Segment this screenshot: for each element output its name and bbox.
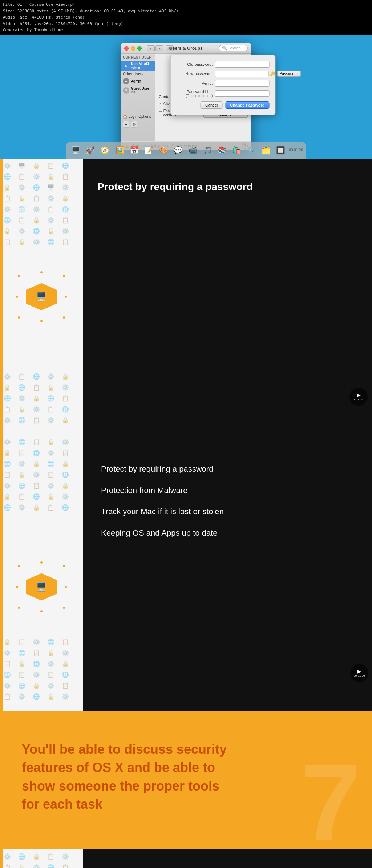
- house-icon: 🏠: [123, 115, 127, 119]
- current-user-item[interactable]: K Ken MaulJ Admin: [121, 61, 155, 71]
- video-section-1: ⚙️ 🖥️ 🔒 📋 🌐 🌐 📋 ⚙️ 🔒 📋 🔒 ⚙️ 🌐 🖥️ ⚙️ 📋 🔒 …: [0, 159, 372, 435]
- size-info: Size: 5208630 bytes (4.97 MiB), duration…: [3, 8, 369, 15]
- bottom-vs-left: ⚙️ 🌐 🔒 📋 ⚙️ 📋 🔒 ⚙️ 🌐 📋 🌐 ⚙️ 📋 🔒 🌐 🔒 📋 🌐 …: [0, 849, 83, 868]
- old-password-input[interactable]: [215, 61, 270, 68]
- bullet-1: Protect by requiring a password: [101, 464, 354, 475]
- section-title-1: Protect by requiring a password: [97, 180, 357, 193]
- sidebar-panel: Current User K Ken MaulJ Admin Other Use…: [121, 54, 155, 141]
- vs2-hex-container: 🖥️: [16, 561, 67, 612]
- audio-info: Audio: aac, 44100 Hz, stereo (eng): [3, 14, 369, 21]
- preview-dock-icon[interactable]: 🎨: [157, 143, 170, 157]
- appstore-dock-icon[interactable]: 🛍️: [230, 143, 243, 157]
- window-titlebar: ‹ › ⊞ Users & Groups 🔍 Search: [121, 43, 251, 54]
- back-button[interactable]: ‹: [147, 45, 155, 51]
- user-avatar: K: [123, 63, 129, 69]
- forward-button[interactable]: ›: [155, 45, 163, 51]
- notes-dock-icon[interactable]: 📝: [142, 143, 155, 157]
- video-section-2: ⚙️ 🌐 📋 🔒 ⚙️ 🔒 📋 🌐 ⚙️ 📋 🌐 ⚙️ 🔒 🌐 🔒 📋 🔒 ⚙️…: [0, 435, 372, 711]
- hex-dots-container: 🖥️: [16, 271, 67, 322]
- search-box[interactable]: 🔍 Search: [219, 45, 248, 51]
- verify-row: Verify:: [177, 80, 270, 87]
- vs1-content: Protect by requiring a password: [83, 159, 372, 435]
- old-password-label: Old password:: [177, 62, 213, 67]
- admin-user-item[interactable]: A Admin: [121, 77, 155, 85]
- password-button[interactable]: Password...: [277, 71, 301, 77]
- admin-avatar: A: [123, 78, 129, 84]
- guest-status: Off: [131, 91, 149, 94]
- yellow-bar-1: [0, 159, 3, 435]
- itunes-dock-icon[interactable]: 🎵: [201, 143, 214, 157]
- sysprefs-dock-icon[interactable]: ⚙️: [245, 143, 258, 157]
- user-role: Admin: [131, 66, 149, 69]
- vs2-hex-computer-icon: 🖥️: [26, 573, 57, 600]
- messages-dock-icon[interactable]: 💬: [171, 143, 185, 157]
- ibooks-dock-icon[interactable]: 📚: [215, 143, 229, 157]
- vs1-left-panel: ⚙️ 🖥️ 🔒 📋 🌐 🌐 📋 ⚙️ 🔒 📋 🔒 ⚙️ 🌐 🖥️ ⚙️ 📋 🔒 …: [0, 159, 83, 435]
- bullet-2: Protection from Malware: [101, 485, 354, 496]
- yellow-bar-bottom: [0, 849, 3, 868]
- video-timestamp-2[interactable]: ▶ 00:01:00: [350, 664, 368, 682]
- facetime-dock-icon[interactable]: 📹: [186, 143, 199, 157]
- video-info: Video: h264, yuv420p, 1280x720, 30.00 fp…: [3, 21, 369, 27]
- minimize-button[interactable]: [131, 46, 135, 51]
- hint-input[interactable]: [215, 90, 270, 97]
- maximize-button[interactable]: [137, 46, 142, 51]
- old-password-row: Old password:: [177, 61, 270, 68]
- vs2-left-panel: ⚙️ 🌐 📋 🔒 ⚙️ 🔒 📋 🌐 ⚙️ 📋 🌐 ⚙️ 🔒 🌐 🔒 📋 🔒 ⚙️…: [0, 435, 83, 711]
- new-password-group: 🔑: [215, 71, 275, 77]
- play-icon-1: ▶: [357, 392, 361, 398]
- bottom-scattered-icons: ⚙️ 🌐 🔒 📋 ⚙️ 📋 🔒 ⚙️ 🌐 📋 🌐 ⚙️ 📋 🔒 🌐 🔒 📋 🌐 …: [0, 849, 83, 868]
- close-button[interactable]: [124, 46, 129, 51]
- admin-label: Admin: [131, 79, 141, 83]
- change-password-dialog[interactable]: Old password: New password: 🔑 Password..…: [170, 55, 276, 115]
- settings-button[interactable]: ⚙: [131, 121, 137, 128]
- hex-center-computer-icon: 🖥️: [26, 283, 57, 310]
- parental-checkbox[interactable]: [159, 111, 162, 115]
- dialog-buttons: Cancel Change Password: [177, 101, 270, 109]
- left-pattern-bg: ⚙️ 🖥️ 🔒 📋 🌐 🌐 📋 ⚙️ 🔒 📋 🔒 ⚙️ 🌐 🖥️ ⚙️ 📋 🔒 …: [0, 159, 83, 435]
- verify-input[interactable]: [215, 80, 270, 87]
- guest-user-item[interactable]: G Guest User Off: [121, 85, 155, 95]
- extras-dock-icon[interactable]: 🔲: [274, 143, 287, 157]
- photos-dock-icon[interactable]: 🖼️: [113, 143, 126, 157]
- cancel-button[interactable]: Cancel: [201, 101, 222, 109]
- desktop-dock-icon[interactable]: 🗂️: [259, 143, 272, 157]
- safari-dock-icon[interactable]: 🧭: [98, 143, 112, 157]
- vs2-left-pattern: ⚙️ 🌐 📋 🔒 ⚙️ 🔒 📋 🌐 ⚙️ 📋 🌐 ⚙️ 🔒 🌐 🔒 📋 🔒 ⚙️…: [0, 435, 83, 711]
- launchpad-dock-icon[interactable]: 🚀: [84, 143, 97, 157]
- window-title: Users & Groups: [169, 46, 202, 51]
- new-password-label: New password:: [177, 72, 213, 76]
- current-user-header: Current User: [121, 54, 155, 61]
- vs2-right-panel: Protect by requiring a password Protecti…: [83, 435, 372, 711]
- hint-label: Password hint:: [177, 89, 213, 94]
- new-password-row: New password: 🔑 Password...: [177, 71, 270, 77]
- change-password-button[interactable]: Change Password: [225, 101, 269, 109]
- add-button[interactable]: +: [123, 121, 129, 128]
- vs2-hex: 🖥️: [16, 561, 67, 612]
- yellow-bar-2: [0, 435, 3, 711]
- calendar-dock-icon[interactable]: 📅: [128, 143, 141, 157]
- other-users-header: Other Users: [121, 71, 155, 77]
- bg-number: 7: [300, 748, 361, 849]
- thumbnail-note: Generated by Thumbnail me: [3, 27, 369, 33]
- bullet-3: Track your Mac if it is lost or stolen: [101, 507, 354, 517]
- hex-left-panel: 🖥️: [16, 271, 67, 322]
- timestamp-2: 00:01:00: [353, 674, 365, 677]
- video-metadata: File: 01 - Course Overview.mp4 Size: 520…: [0, 0, 372, 35]
- mac-dock: 🖥️ 🚀 🧭 🖼️ 📅 📝 🎨 💬 📹 🎵 📚 🛍️ ⚙️ 🗂️ 🔲 00:01…: [66, 142, 306, 159]
- video-timestamp-1[interactable]: ▶ 00:00:40: [349, 388, 368, 406]
- bottom-vs-right: ▶ 00:01:20: [83, 849, 372, 868]
- yellow-main-text: You'll be able to discuss security featu…: [22, 740, 240, 814]
- login-options-label: Login Options: [129, 115, 151, 119]
- login-options[interactable]: 🏠 Login Options: [121, 113, 155, 120]
- new-password-input[interactable]: [215, 71, 269, 77]
- timestamp-1: 00:00:40: [353, 398, 364, 401]
- file-info: File: 01 - Course Overview.mp4: [3, 1, 369, 8]
- yellow-section: 7 You'll be able to discuss security fea…: [0, 711, 372, 849]
- user-name: Ken MaulJ: [131, 62, 149, 66]
- key-icon: 🔑: [270, 71, 275, 76]
- guest-avatar: G: [123, 87, 129, 94]
- verify-label: Verify:: [177, 81, 213, 85]
- bottom-left-pattern: ⚙️ 🌐 🔒 📋 ⚙️ 📋 🔒 ⚙️ 🌐 📋 🌐 ⚙️ 📋 🔒 🌐 🔒 📋 🌐 …: [0, 849, 83, 868]
- finder-dock-icon[interactable]: 🖥️: [69, 143, 82, 157]
